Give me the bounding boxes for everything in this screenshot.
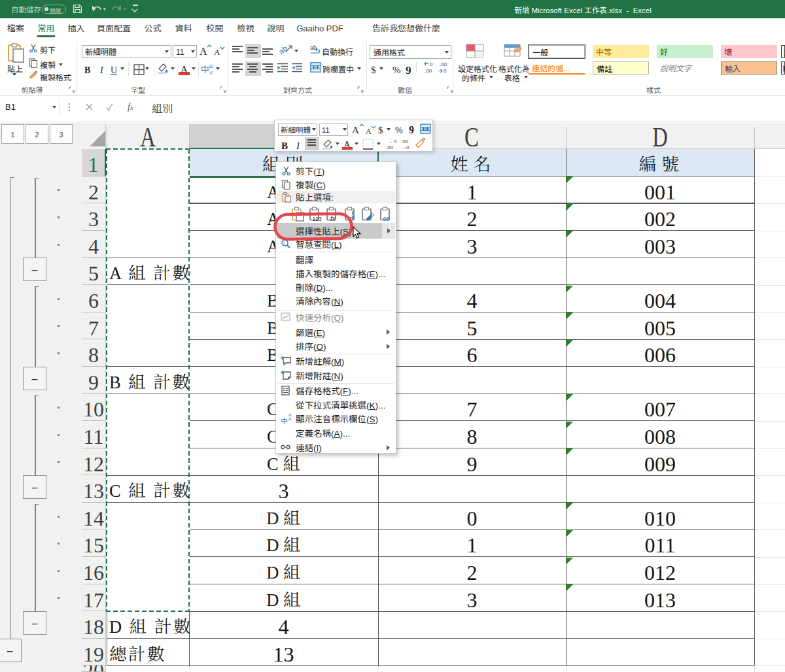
svg-text:→0: →0 — [401, 143, 410, 150]
svg-text:.00: .00 — [425, 67, 432, 74]
svg-text:.00: .00 — [386, 143, 394, 150]
svg-text:0: 0 — [444, 67, 447, 74]
svg-text:ab: ab — [310, 44, 317, 52]
